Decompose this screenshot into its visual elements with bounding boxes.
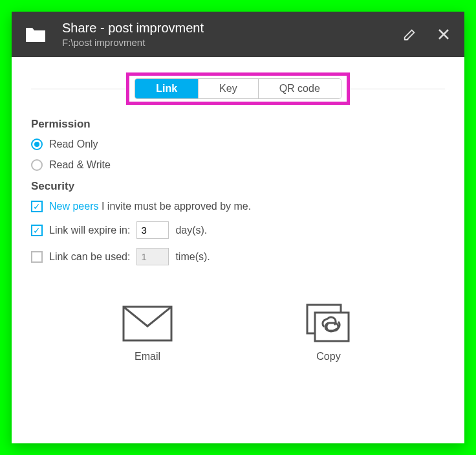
expire-prefix: Link will expire in: bbox=[49, 225, 130, 236]
dialog-content: Link Key QR code Permission Read Only Re… bbox=[12, 57, 464, 443]
email-button[interactable]: Email bbox=[122, 304, 173, 362]
tabs-row: Link Key QR code bbox=[31, 72, 445, 105]
edit-icon[interactable] bbox=[402, 27, 418, 42]
security-expire-row: ✓ Link will expire in: day(s). bbox=[31, 221, 445, 239]
email-label: Email bbox=[135, 351, 160, 362]
permission-read-only-row: Read Only bbox=[31, 139, 445, 150]
tab-link[interactable]: Link bbox=[135, 79, 199, 98]
copy-button[interactable]: Copy bbox=[303, 304, 354, 362]
permission-heading: Permission bbox=[31, 118, 445, 131]
dialog-title: Share - post improvment bbox=[62, 21, 387, 36]
close-icon[interactable] bbox=[436, 27, 451, 42]
uses-prefix: Link can be used: bbox=[49, 251, 130, 263]
folder-icon bbox=[25, 25, 47, 43]
header-actions bbox=[402, 27, 451, 42]
permission-read-write-row: Read & Write bbox=[31, 159, 445, 171]
tab-key[interactable]: Key bbox=[199, 79, 259, 98]
copy-label: Copy bbox=[316, 351, 340, 362]
new-peers-link[interactable]: New peers bbox=[49, 201, 98, 212]
security-heading: Security bbox=[31, 180, 445, 193]
email-icon bbox=[122, 304, 173, 343]
share-dialog: Share - post improvment F:\post improvme… bbox=[12, 12, 464, 443]
dialog-path: F:\post improvment bbox=[62, 37, 387, 48]
uses-count-input[interactable] bbox=[136, 248, 169, 265]
radio-read-only[interactable] bbox=[31, 139, 43, 150]
checkbox-uses[interactable] bbox=[31, 251, 43, 263]
new-peers-text: I invite must be approved by me. bbox=[98, 201, 251, 212]
tabs: Link Key QR code bbox=[135, 78, 341, 99]
checkbox-expire[interactable]: ✓ bbox=[31, 225, 43, 236]
security-new-peers-row: ✓ New peers I invite must be approved by… bbox=[31, 201, 445, 212]
radio-read-write-label: Read & Write bbox=[49, 159, 111, 171]
tab-qr[interactable]: QR code bbox=[259, 79, 341, 98]
tabs-highlight: Link Key QR code bbox=[126, 72, 350, 105]
header-text: Share - post improvment F:\post improvme… bbox=[62, 21, 387, 48]
uses-suffix: time(s). bbox=[175, 251, 210, 263]
dialog-header: Share - post improvment F:\post improvme… bbox=[12, 12, 464, 57]
security-uses-row: Link can be used: time(s). bbox=[31, 248, 445, 265]
radio-read-only-label: Read Only bbox=[49, 139, 98, 150]
expire-suffix: day(s). bbox=[175, 225, 207, 236]
expire-days-input[interactable] bbox=[136, 221, 169, 239]
copy-icon bbox=[303, 304, 354, 343]
radio-read-write[interactable] bbox=[31, 159, 43, 171]
checkbox-new-peers[interactable]: ✓ bbox=[31, 201, 43, 212]
action-row: Email Copy bbox=[31, 304, 445, 362]
